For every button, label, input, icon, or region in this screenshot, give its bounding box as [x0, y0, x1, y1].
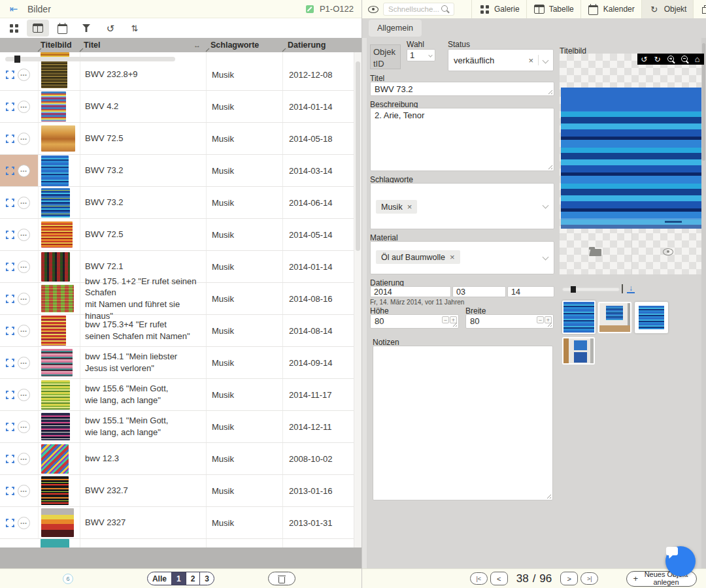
artwork-thumbnail[interactable] [41, 539, 69, 547]
clear-status-icon[interactable] [528, 56, 533, 65]
next-record-button[interactable]: > [560, 572, 578, 585]
artwork-thumbnail[interactable] [41, 155, 69, 186]
toolbar-filter-funnel-button[interactable] [75, 20, 97, 37]
row-menu-button[interactable] [18, 261, 30, 273]
row-menu-button[interactable] [18, 197, 30, 209]
expand-row-icon[interactable] [6, 487, 14, 495]
expand-row-icon[interactable] [6, 455, 14, 463]
row-menu-button[interactable] [18, 133, 30, 145]
vertical-scrollbar[interactable] [354, 52, 361, 547]
horizontal-scrollbar[interactable] [5, 57, 175, 61]
home-icon[interactable] [692, 54, 702, 64]
increment-button[interactable] [450, 316, 457, 323]
view-tab-objekt[interactable]: Objekt [641, 0, 694, 18]
row-menu-button[interactable] [18, 389, 30, 401]
preview-button[interactable] [367, 0, 379, 18]
material-multiselect[interactable]: Öl auf Baumwolle [370, 241, 554, 274]
toolbar-calendar-button[interactable] [51, 20, 73, 37]
expand-row-icon[interactable] [6, 103, 14, 111]
artwork-thumbnail[interactable] [41, 221, 73, 248]
toolbar-sort-arrows-button[interactable] [124, 20, 146, 37]
table-row[interactable]: BWV 72.5Musik2014-05-14 [0, 219, 361, 251]
datierung-month-input[interactable]: 03 [452, 286, 506, 297]
table-row[interactable]: bwv 175. 1+2 "Er rufet seinen Schafen mi… [0, 283, 361, 315]
artwork-thumbnail[interactable] [41, 125, 75, 152]
edit-pencil-icon[interactable] [304, 3, 316, 15]
page-button-3[interactable]: 3 [200, 572, 214, 585]
wahl-select[interactable]: 1 [407, 49, 435, 61]
datierung-day-input[interactable]: 14 [507, 286, 554, 297]
expand-row-icon[interactable] [6, 519, 14, 527]
expand-row-icon[interactable] [6, 231, 14, 239]
increment-button[interactable] [545, 316, 552, 323]
expand-row-icon[interactable] [6, 327, 14, 335]
table-row[interactable]: BWV 232.8+9Musik2012-12-08 [0, 59, 361, 91]
row-menu-button[interactable] [18, 229, 30, 241]
view-tab-stapel[interactable]: Stapel [693, 0, 706, 18]
table-row[interactable]: bwv 12.3Musik2008-10-02 [0, 443, 361, 475]
page-button-alle[interactable]: Alle [148, 572, 172, 585]
quick-search-input[interactable]: Schnellsuche... [383, 3, 454, 16]
table-row[interactable]: BWV 4.2Musik2014-01-14 [0, 91, 361, 123]
titelbild-image[interactable] [561, 88, 703, 229]
row-menu-button[interactable] [18, 453, 30, 465]
row-menu-button[interactable] [18, 357, 30, 369]
artwork-thumbnail[interactable] [41, 188, 70, 218]
table-row[interactable]: bwv 155.6 "Mein Gott, wie lang, ach lang… [0, 379, 361, 411]
page-button-1[interactable]: 1 [172, 572, 186, 585]
view-tab-galerie[interactable]: Galerie [471, 0, 526, 18]
artwork-thumbnail[interactable] [41, 316, 66, 346]
gallery-thumbnail-room-single[interactable] [598, 302, 631, 333]
chevron-down-icon[interactable] [543, 202, 549, 208]
datierung-year-input[interactable]: 2014 [370, 286, 451, 297]
table-row[interactable]: BWV 232.7Musik2013-01-16 [0, 475, 361, 507]
gallery-thumbnail-painting-bordered[interactable] [635, 302, 668, 333]
last-record-button[interactable]: >| [580, 572, 598, 585]
search-icon[interactable] [439, 3, 451, 15]
artwork-thumbnail[interactable] [41, 91, 66, 122]
previous-record-button[interactable]: < [490, 572, 508, 585]
artwork-thumbnail[interactable] [41, 252, 70, 282]
row-menu-button[interactable] [18, 325, 30, 337]
table-row[interactable]: BWV 73.2Musik2014-06-14 [0, 187, 361, 219]
chevron-down-icon[interactable] [543, 253, 549, 260]
thumbnail-size-slider[interactable] [562, 287, 620, 291]
zoom-out-icon[interactable] [679, 54, 689, 64]
artwork-thumbnail[interactable] [41, 476, 69, 505]
gallery-thumbnail-room-double[interactable] [562, 337, 595, 365]
beschreibung-textarea[interactable]: 2. Arie, Tenor [370, 108, 554, 171]
artwork-thumbnail[interactable] [41, 380, 70, 410]
tab-allgemein[interactable]: Allgemein [369, 20, 422, 37]
remove-tag-icon[interactable] [407, 202, 412, 212]
rotate-right-icon[interactable] [652, 54, 662, 64]
gallery-thumbnail-painting-full[interactable] [562, 301, 596, 334]
row-menu-button[interactable] [18, 485, 30, 497]
column-header-schlagworte[interactable]: Schlagworte [206, 38, 282, 52]
column-resize-icon[interactable] [193, 41, 201, 50]
resize-handle[interactable] [546, 494, 551, 498]
page-button-2[interactable]: 2 [186, 572, 201, 585]
row-menu-button[interactable] [18, 517, 30, 529]
slider-knob[interactable] [571, 286, 576, 293]
table-row[interactable]: bwv 155.1 "Mein Gott, wie lang, ach lang… [0, 411, 361, 443]
view-tab-tabelle[interactable]: Tabelle [526, 0, 580, 18]
scrollbar-knob[interactable] [14, 56, 20, 63]
titel-input[interactable]: BWV 73.2 [370, 82, 554, 96]
hoehe-input[interactable]: 80 [370, 314, 459, 329]
scrollbar-knob[interactable] [356, 61, 360, 251]
table-bottom-scroll-track[interactable] [0, 547, 361, 568]
artwork-thumbnail[interactable] [41, 413, 70, 440]
toolbar-gallery-grid-button[interactable] [3, 20, 25, 37]
table-row[interactable]: BWV 73.2Musik2014-03-14 [0, 155, 361, 187]
expand-row-icon[interactable] [6, 71, 14, 79]
row-menu-button[interactable] [18, 69, 30, 81]
table-row[interactable]: BWV 2327Musik2013-01-31 [0, 507, 361, 539]
decrement-button[interactable] [537, 316, 544, 323]
column-header-actions[interactable] [0, 38, 38, 52]
expand-row-icon[interactable] [6, 135, 14, 143]
status-select[interactable]: verkäuflich [448, 49, 554, 71]
expand-row-icon[interactable] [6, 167, 14, 175]
open-file-button[interactable] [560, 229, 631, 274]
artwork-thumbnail[interactable] [41, 444, 69, 474]
preview-image-button[interactable] [632, 229, 704, 274]
